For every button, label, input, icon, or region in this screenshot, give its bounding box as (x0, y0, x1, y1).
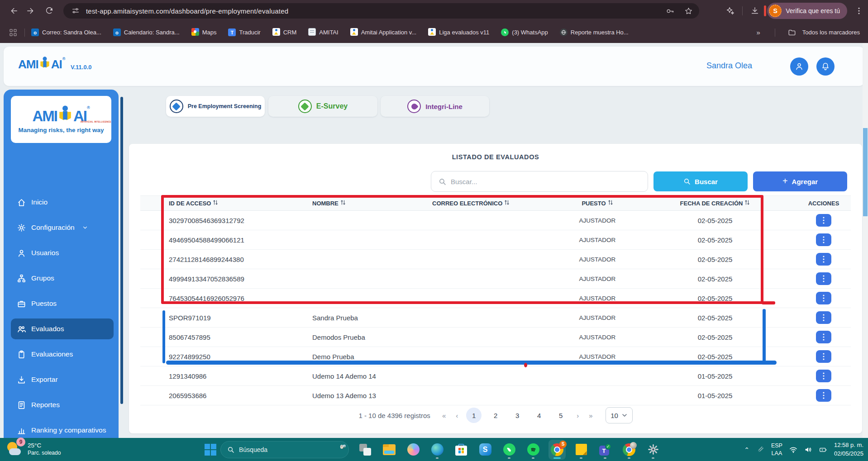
taskbar-edge-icon[interactable] (429, 440, 446, 460)
bookmark-item[interactable]: Amitai Application v... (350, 28, 417, 37)
search-button[interactable]: Buscar (653, 171, 748, 191)
row-actions-button[interactable] (816, 311, 831, 324)
site-settings-icon[interactable] (72, 7, 80, 15)
back-icon[interactable] (8, 6, 18, 16)
taskbar-store-icon[interactable] (453, 440, 470, 460)
taskbar-teams-icon[interactable]: T✓ (596, 440, 614, 460)
account-button[interactable] (790, 57, 808, 76)
language-indicator[interactable]: ESP LAA (771, 442, 782, 457)
page-button-5[interactable]: 5 (553, 408, 568, 423)
sort-icon[interactable] (744, 200, 750, 207)
sort-icon[interactable] (213, 200, 218, 207)
column-header-puesto[interactable]: PUESTO (561, 200, 634, 207)
row-actions-button[interactable] (816, 350, 831, 363)
table-row[interactable]: 92274899250 Demo Prueba AJUSTADOR 02-05-… (140, 347, 851, 366)
bookmark-star-icon[interactable] (684, 7, 693, 15)
row-actions-button[interactable] (816, 331, 831, 343)
taskbar-sticky-notes-icon[interactable] (572, 440, 590, 460)
page-size-select[interactable]: 10 (606, 407, 633, 423)
start-button[interactable] (205, 444, 216, 456)
table-row[interactable]: 30297008546369312792 AJUSTADOR 02-05-202… (140, 211, 851, 230)
previous-page-button[interactable]: ‹ (454, 412, 460, 419)
table-row[interactable]: 1291340986 Udemo 14 Ademo 14 01-05-2025 (140, 366, 851, 386)
table-row[interactable]: 76453054416926052976 AJUSTADOR 02-05-202… (140, 289, 851, 308)
search-input[interactable] (451, 178, 623, 185)
bookmarks-overflow-icon[interactable]: » (756, 29, 761, 36)
page-scrollbar-thumb[interactable] (863, 128, 868, 216)
add-button[interactable]: + Agregar (753, 171, 847, 191)
taskbar-task-view-icon[interactable] (357, 440, 374, 460)
sidebar-item-configuraci-n[interactable]: Configuración (11, 217, 114, 238)
browser-menu-icon[interactable] (854, 6, 863, 16)
sidebar-item-evaluaciones[interactable]: Evaluaciones (11, 344, 114, 365)
apps-grid-icon[interactable] (9, 29, 17, 37)
table-row[interactable]: 49994913347052836589 AJUSTADOR 02-05-202… (140, 269, 851, 289)
tab-integri-line[interactable]: Integri-Line (381, 96, 489, 117)
all-bookmarks-label[interactable]: Todos los marcadores (802, 29, 860, 36)
sidebar-item-evaluados[interactable]: Evaluados (11, 318, 114, 339)
bookmark-item[interactable]: CRM (272, 28, 297, 37)
volume-icon[interactable] (804, 446, 812, 454)
taskbar-copilot-icon[interactable] (405, 440, 422, 460)
taskbar-file-explorer-icon[interactable] (381, 440, 398, 460)
row-actions-button[interactable] (816, 214, 831, 227)
column-header-fecha-de-creaci-n[interactable]: FECHA DE CREACIÓN (634, 200, 796, 207)
row-actions-button[interactable] (816, 370, 831, 382)
sidebar-item-grupos[interactable]: Grupos (11, 268, 114, 289)
taskbar-skype-icon[interactable]: S (477, 440, 494, 460)
last-page-button[interactable]: » (587, 412, 594, 419)
user-name[interactable]: Sandra Olea (706, 61, 752, 71)
bookmark-item[interactable]: AMITAI (308, 28, 338, 37)
table-row[interactable]: 85067457895 Demodos Prueba AJUSTADOR 02-… (140, 328, 851, 347)
sidebar-item-inicio[interactable]: Inicio (11, 192, 114, 213)
forward-icon[interactable] (26, 6, 36, 16)
column-header-nombre[interactable]: NOMBRE (312, 200, 432, 207)
taskbar-spotify-icon[interactable] (525, 440, 542, 460)
row-actions-button[interactable] (816, 272, 831, 285)
sidebar-item-puestos[interactable]: Puestos (11, 293, 114, 314)
taskbar-chrome-icon[interactable]: S (548, 440, 566, 460)
bookmark-item[interactable]: o Calendario: Sandra... (113, 29, 180, 36)
row-actions-button[interactable] (816, 253, 831, 266)
column-header-id-de-acceso[interactable]: ID DE ACCESO (140, 200, 312, 207)
taskbar-search[interactable]: Búsqueda (220, 441, 349, 458)
bookmark-item[interactable]: T Traducir (228, 29, 260, 36)
taskbar-chrome-profile-icon[interactable] (620, 440, 638, 460)
page-button-4[interactable]: 4 (531, 408, 547, 423)
bookmark-item[interactable]: Reporte muestra Ho... (560, 29, 629, 37)
column-header-correo-electr-nico[interactable]: CORREO ELECTRÓNICO (432, 200, 561, 207)
clock[interactable]: 12:58 p. m. 02/05/2025 (834, 441, 863, 457)
page-button-1[interactable]: 1 (466, 408, 482, 423)
sidebar-item-usuarios[interactable]: Usuarios (11, 242, 114, 263)
table-row[interactable]: 2065953686 Udemo 13 Ademo 13 01-05-2025 (140, 386, 851, 405)
first-page-button[interactable]: « (440, 412, 448, 419)
download-icon[interactable] (750, 6, 760, 16)
sort-icon[interactable] (504, 200, 510, 207)
taskbar-settings-icon[interactable] (644, 440, 662, 460)
password-key-icon[interactable] (666, 7, 674, 15)
profile-avatar[interactable]: S (769, 5, 782, 17)
tab-e-survey[interactable]: E-Survey (268, 96, 377, 117)
next-page-button[interactable]: › (575, 412, 581, 419)
page-scrollbar-track[interactable] (863, 43, 868, 438)
wifi-icon[interactable] (789, 446, 797, 454)
sparkle-star-icon[interactable] (725, 6, 735, 16)
page-button-3[interactable]: 3 (510, 408, 525, 423)
table-row[interactable]: 27421128146899244380 AJUSTADOR 02-05-202… (140, 250, 851, 269)
reload-icon[interactable] (44, 6, 54, 16)
page-button-2[interactable]: 2 (488, 408, 503, 423)
bookmark-item[interactable]: Liga evaluados v11 (428, 28, 489, 37)
url-text[interactable]: test-app.amitaisystem.com/dashboard/pre-… (86, 7, 288, 15)
sort-icon[interactable] (608, 200, 613, 207)
row-actions-button[interactable] (816, 292, 831, 304)
bookmark-item[interactable]: (3) WhatsApp (501, 29, 548, 36)
sort-icon[interactable] (340, 200, 346, 207)
tab-pre-employment-screening[interactable]: Pre Employment Screening (166, 96, 265, 117)
hidden-icons-chevron[interactable]: ⌃ (744, 446, 749, 453)
profile-chip[interactable]: S Verifica que eres tú (767, 3, 847, 19)
taskbar-whatsapp-icon[interactable] (501, 440, 518, 460)
table-row[interactable]: 49469504588499066121 AJUSTADOR 02-05-202… (140, 230, 851, 250)
address-bar[interactable]: test-app.amitaisystem.com/dashboard/pre-… (63, 3, 699, 19)
table-row[interactable]: SPOR971019 Sandra Prueba AJUSTADOR 02-05… (140, 308, 851, 328)
bookmark-item[interactable]: Maps (191, 28, 217, 37)
